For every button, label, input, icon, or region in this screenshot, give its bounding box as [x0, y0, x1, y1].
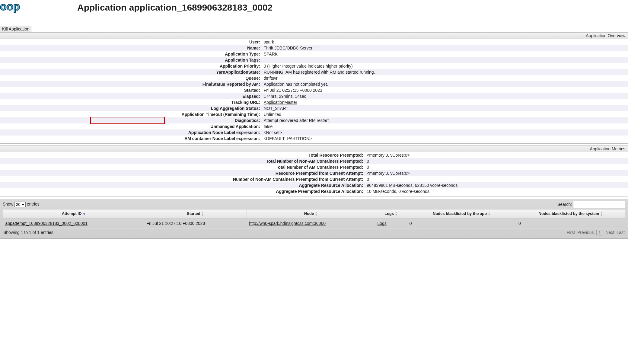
- overview-value: 174hrs, 29mins, 14sec: [262, 93, 628, 99]
- overview-value: SPARK: [262, 51, 628, 57]
- overview-table: User:sparkName:Thrift JDBC/ODBC ServerAp…: [0, 39, 628, 142]
- sort-arrows-icon: [488, 212, 490, 216]
- show-label: Show: [3, 202, 13, 206]
- pager: First Previous 1 Next Last: [567, 230, 625, 235]
- metrics-key: Number of Non-AM Containers Preempted fr…: [0, 176, 365, 182]
- metrics-key: Aggregate Preempted Resource Allocation:: [0, 188, 365, 194]
- col-started[interactable]: Started: [144, 209, 247, 219]
- sort-arrows-icon: [600, 212, 603, 216]
- overview-key: Queue:: [0, 75, 262, 81]
- overview-key: YarnApplicationState:: [0, 69, 262, 75]
- overview-value: Thrift JDBC/ODBC Server: [262, 45, 628, 51]
- overview-value: ApplicationMaster: [262, 99, 628, 105]
- table-row: appattempt_1689906328183_0002_000001Fri …: [3, 218, 625, 228]
- overview-key: Application Tags:: [0, 57, 262, 63]
- overview-value: thriftsvr: [262, 75, 628, 81]
- divider: [0, 196, 628, 196]
- metrics-value: <memory:0, vCores:0>: [365, 170, 628, 176]
- overview-key: Application Timeout (Remaining Time):: [0, 111, 262, 117]
- section-header-metrics: Application Metrics: [0, 145, 628, 152]
- entries-info: Showing 1 to 1 of 1 entries: [3, 230, 53, 235]
- overview-value: 0 (Higher Integer value indicates higher…: [262, 63, 628, 69]
- overview-value-link[interactable]: spark: [264, 40, 274, 44]
- attempts-section: Show 20 entries Search: Attempt ID Start…: [0, 199, 628, 239]
- search-input[interactable]: [573, 201, 625, 208]
- metrics-value: 964839801 MB-seconds, 628150 vcore-secon…: [365, 182, 628, 188]
- overview-value: <DEFAULT_PARTITION>: [262, 136, 628, 142]
- metrics-key: Aggregate Resource Allocation:: [0, 182, 365, 188]
- overview-value: Fri Jul 21 02:27:15 +0000 2023: [262, 87, 628, 93]
- overview-key: FinalStatus Reported by AM:: [0, 81, 262, 87]
- sort-arrows-icon: [315, 212, 317, 216]
- overview-value-link[interactable]: thriftsvr: [264, 76, 278, 81]
- col-logs[interactable]: Logs: [375, 209, 407, 219]
- entries-length-control: Show 20 entries: [3, 202, 40, 207]
- attempt-blk-app: 0: [407, 218, 516, 228]
- attempt-node-link[interactable]: http://wn0-spark.hdinsightcss.com:30060: [249, 221, 326, 226]
- overview-key: Started:: [0, 87, 262, 93]
- overview-value: false: [262, 123, 628, 129]
- attempt-id-link[interactable]: appattempt_1689906328183_0002_000001: [5, 221, 88, 226]
- overview-value: NOT_START: [262, 105, 628, 111]
- overview-key: Unmanaged Application:: [0, 123, 262, 129]
- overview-value: Unlimited: [262, 111, 628, 117]
- overview-value: <Not set>: [262, 129, 628, 136]
- page-title: Application application_1689906328183_00…: [77, 0, 273, 13]
- col-node[interactable]: Node: [247, 209, 375, 219]
- overview-key: User:: [0, 39, 262, 45]
- divider: [0, 143, 628, 144]
- sort-arrows-icon: [201, 212, 204, 216]
- pager-next[interactable]: Next: [606, 230, 614, 235]
- metrics-value: 0: [365, 164, 628, 170]
- sort-arrow-down-icon: [83, 212, 85, 216]
- overview-key: Tracking URL:: [0, 99, 262, 105]
- metrics-key: Total Number of AM Containers Preempted:: [0, 164, 365, 170]
- col-blk-app[interactable]: Nodes blacklisted by the app: [407, 209, 516, 219]
- metrics-value: 0: [365, 176, 628, 182]
- overview-value: spark: [262, 39, 628, 45]
- metrics-key: Total Number of Non-AM Containers Preemp…: [0, 158, 365, 164]
- attempts-table: Attempt ID Started Node Logs Nodes black…: [3, 209, 625, 228]
- metrics-value: 0: [365, 158, 628, 164]
- attempt-started: Fri Jul 21 10:27:16 +0800 2023: [144, 218, 247, 228]
- hadoop-logo: oop: [0, 0, 35, 17]
- col-blk-sys[interactable]: Nodes blacklisted by the system: [516, 209, 625, 219]
- metrics-value: <memory:0, vCores:0>: [365, 152, 628, 158]
- metrics-table: Total Resource Preempted:<memory:0, vCor…: [0, 152, 628, 194]
- kill-application-button[interactable]: Kill Application: [0, 26, 31, 32]
- overview-key: Name:: [0, 45, 262, 51]
- overview-key: Elapsed:: [0, 93, 262, 99]
- overview-key: Log Aggregation Status:: [0, 105, 262, 111]
- overview-value: RUNNING: AM has registered with RM and s…: [262, 69, 628, 75]
- svg-text:oop: oop: [0, 0, 20, 13]
- attempt-blk-sys: 0: [516, 218, 625, 228]
- sort-arrows-icon: [395, 212, 397, 216]
- diagnostics-highlight-box: [90, 117, 165, 124]
- pager-page-1[interactable]: 1: [596, 230, 603, 235]
- overview-key: AM container Node Label expression:: [0, 136, 262, 142]
- overview-value: Application has not completed yet.: [262, 81, 628, 87]
- metrics-key: Resource Preempted from Current Attempt:: [0, 170, 365, 176]
- entries-length-select[interactable]: 20: [14, 202, 26, 207]
- search-container: Search:: [557, 201, 625, 208]
- entries-label: entries: [27, 202, 40, 206]
- metrics-key: Total Resource Preempted:: [0, 152, 365, 158]
- pager-previous[interactable]: Previous: [577, 230, 594, 235]
- overview-key: Application Type:: [0, 51, 262, 57]
- overview-key: Application Node Label expression:: [0, 129, 262, 136]
- search-label: Search:: [557, 202, 572, 207]
- overview-value: Attempt recovered after RM restart: [262, 117, 628, 123]
- section-header-overview: Application Overview: [0, 32, 628, 39]
- pager-last[interactable]: Last: [617, 230, 625, 235]
- metrics-value: 10 MB-seconds, 0 vcore-seconds: [365, 188, 628, 194]
- col-attempt-id[interactable]: Attempt ID: [3, 209, 144, 219]
- attempt-logs-link[interactable]: Logs: [377, 221, 386, 226]
- overview-value: [262, 57, 628, 63]
- overview-value-link[interactable]: ApplicationMaster: [264, 100, 297, 105]
- overview-key: Application Priority:: [0, 63, 262, 69]
- overview-key: Diagnostics:: [0, 117, 262, 123]
- pager-first[interactable]: First: [567, 230, 575, 235]
